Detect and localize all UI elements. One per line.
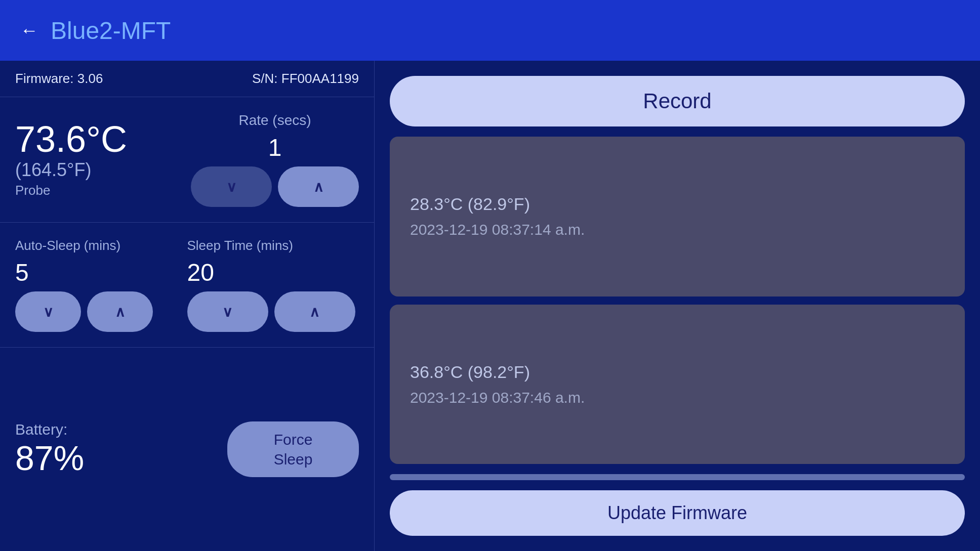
rate-section: Rate (secs) 1 ∨ ∧ (191, 112, 359, 207)
auto-sleep-decrease-button[interactable]: ∨ (15, 291, 81, 332)
rate-decrease-button[interactable]: ∨ (191, 166, 272, 207)
battery-label: Battery: (15, 421, 207, 438)
data-card-0-timestamp: 2023-12-19 08:37:14 a.m. (410, 221, 945, 238)
auto-sleep-section: Auto-Sleep (mins) 5 ∨ ∧ (15, 238, 187, 332)
chevron-up-icon: ∧ (313, 179, 324, 195)
auto-sleep-value: 5 (15, 259, 29, 286)
data-card-1-timestamp: 2023-12-19 08:37:46 a.m. (410, 389, 945, 406)
battery-display: Battery: 87% (15, 421, 207, 478)
page-title: Blue2-MFT (51, 17, 171, 45)
sleep-time-increase-button[interactable]: ∧ (274, 291, 355, 332)
rate-label: Rate (secs) (238, 112, 311, 129)
update-firmware-button[interactable]: Update Firmware (390, 490, 965, 536)
sleep-time-section: Sleep Time (mins) 20 ∨ ∧ (187, 238, 359, 332)
chevron-down-icon: ∨ (226, 179, 237, 195)
temp-fahrenheit: (164.5°F) (15, 159, 171, 181)
chevron-up-icon: ∧ (115, 304, 126, 320)
scrollbar[interactable] (390, 474, 965, 480)
auto-sleep-label: Auto-Sleep (mins) (15, 238, 120, 253)
back-button[interactable]: ← (20, 20, 38, 41)
battery-value: 87% (15, 438, 207, 478)
sleep-time-value: 20 (187, 259, 214, 286)
temperature-display: 73.6°C (164.5°F) Probe (15, 121, 171, 198)
rate-buttons: ∨ ∧ (191, 166, 359, 207)
force-sleep-button[interactable]: ForceSleep (227, 421, 359, 477)
rate-value: 1 (268, 134, 282, 161)
temp-celsius: 73.6°C (15, 121, 171, 157)
right-panel: Record 28.3°C (82.9°F) 2023-12-19 08:37:… (375, 61, 980, 551)
sleep-time-label: Sleep Time (mins) (187, 238, 294, 253)
force-sleep-label: ForceSleep (274, 430, 313, 469)
data-cards-container: 28.3°C (82.9°F) 2023-12-19 08:37:14 a.m.… (390, 137, 965, 464)
sleep-time-buttons: ∨ ∧ (187, 291, 355, 332)
main-content: Firmware: 3.06 S/N: FF00AA1199 73.6°C (1… (0, 61, 980, 551)
firmware-label: Firmware: 3.06 (15, 71, 103, 87)
chevron-down-icon: ∨ (222, 304, 233, 320)
info-bar: Firmware: 3.06 S/N: FF00AA1199 (0, 61, 374, 97)
header: ← Blue2-MFT (0, 0, 980, 61)
rate-increase-button[interactable]: ∧ (278, 166, 359, 207)
data-card-0: 28.3°C (82.9°F) 2023-12-19 08:37:14 a.m. (390, 137, 965, 296)
record-button[interactable]: Record (390, 76, 965, 126)
sleep-time-decrease-button[interactable]: ∨ (187, 291, 268, 332)
auto-sleep-increase-button[interactable]: ∧ (87, 291, 153, 332)
sleep-section: Auto-Sleep (mins) 5 ∨ ∧ Sleep Time (mins… (0, 223, 374, 348)
serial-number: S/N: FF00AA1199 (252, 71, 359, 87)
temp-rate-section: 73.6°C (164.5°F) Probe Rate (secs) 1 ∨ ∧ (0, 97, 374, 223)
battery-force-section: Battery: 87% ForceSleep (0, 348, 374, 551)
chevron-up-icon: ∧ (309, 304, 320, 320)
data-card-1-temperature: 36.8°C (98.2°F) (410, 362, 945, 382)
chevron-down-icon: ∨ (43, 304, 54, 320)
data-card-0-temperature: 28.3°C (82.9°F) (410, 194, 945, 214)
temp-probe-label: Probe (15, 183, 171, 198)
left-panel: Firmware: 3.06 S/N: FF00AA1199 73.6°C (1… (0, 61, 375, 551)
auto-sleep-buttons: ∨ ∧ (15, 291, 153, 332)
data-card-1: 36.8°C (98.2°F) 2023-12-19 08:37:46 a.m. (390, 305, 965, 464)
